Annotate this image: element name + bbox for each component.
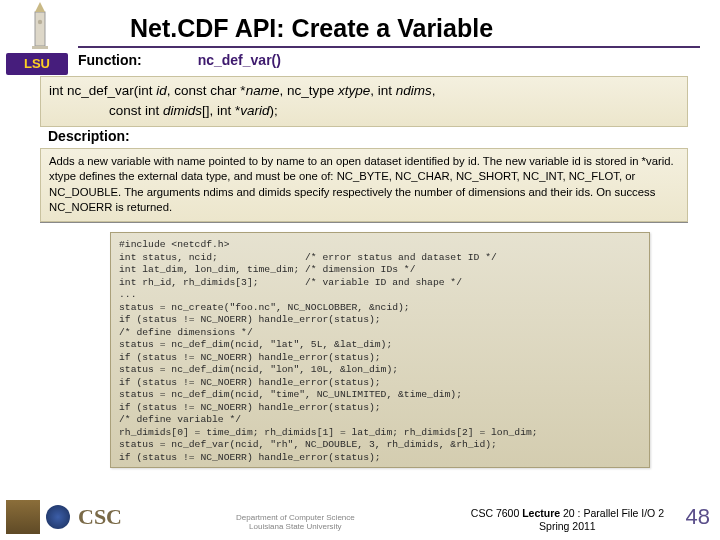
lsu-logo: LSU [6, 53, 68, 75]
lecture-info: CSC 7600 Lecture 20 : Parallel File I/O … [471, 507, 664, 534]
code-box: #include <netcdf.h> int status, ncid; /*… [110, 232, 650, 468]
description-label: Description: [48, 128, 130, 144]
nsf-logo-icon [46, 505, 70, 529]
slide-title: Net.CDF API: Create a Variable [130, 14, 493, 43]
csc-text: CSC [78, 504, 122, 530]
svg-point-3 [38, 20, 42, 24]
cct-logo-icon [6, 500, 40, 534]
svg-rect-0 [35, 12, 45, 46]
signature-box: int nc_def_var(int id, const char *name,… [40, 76, 688, 127]
description-text: Adds a new variable with name pointed to… [49, 155, 674, 213]
description-underline [40, 222, 688, 223]
function-name: nc_def_var() [198, 52, 281, 68]
signature-line1: int nc_def_var(int id, const char *name,… [49, 81, 679, 101]
tower-icon [24, 2, 56, 50]
svg-marker-2 [35, 2, 45, 12]
title-underline [78, 46, 700, 48]
footer-logos: CSC [6, 500, 122, 534]
function-label: Function: [78, 52, 142, 68]
department-text: Department of Computer Science Louisiana… [236, 513, 355, 532]
slide: Net.CDF API: Create a Variable LSU Funct… [0, 0, 720, 540]
page-number: 48 [686, 504, 710, 530]
svg-rect-1 [32, 46, 48, 49]
function-row: Function: nc_def_var() [78, 52, 281, 68]
signature-line2: const int dimids[], int *varid); [49, 101, 679, 121]
description-box: Adds a new variable with name pointed to… [40, 148, 688, 222]
footer: CSC Department of Computer Science Louis… [0, 492, 720, 540]
